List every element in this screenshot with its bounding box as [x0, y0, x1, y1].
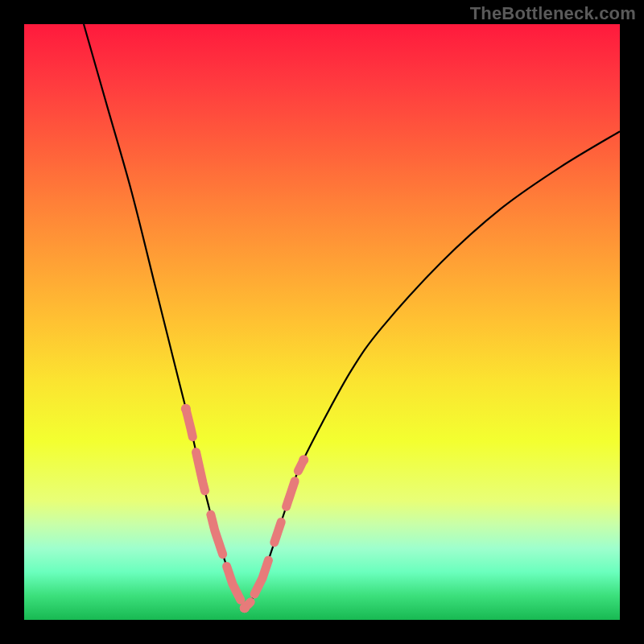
- marker-segment: [254, 560, 268, 594]
- plot-area: [24, 24, 620, 620]
- chart-svg: [24, 24, 620, 620]
- curve-right-branch: [245, 131, 620, 608]
- marker-overlay-left: [181, 404, 250, 613]
- chart-frame: TheBottleneck.com: [0, 0, 644, 644]
- watermark-text: TheBottleneck.com: [470, 3, 636, 24]
- marker-segment: [211, 514, 223, 554]
- marker-dot: [181, 404, 191, 414]
- curve-left-branch: [84, 24, 245, 608]
- marker-segment: [196, 452, 205, 491]
- marker-segment: [287, 481, 295, 507]
- marker-dot: [299, 455, 308, 464]
- marker-segment: [275, 522, 281, 542]
- marker-overlay-right: [240, 455, 308, 613]
- marker-dot: [240, 603, 250, 613]
- marker-segment: [227, 566, 241, 600]
